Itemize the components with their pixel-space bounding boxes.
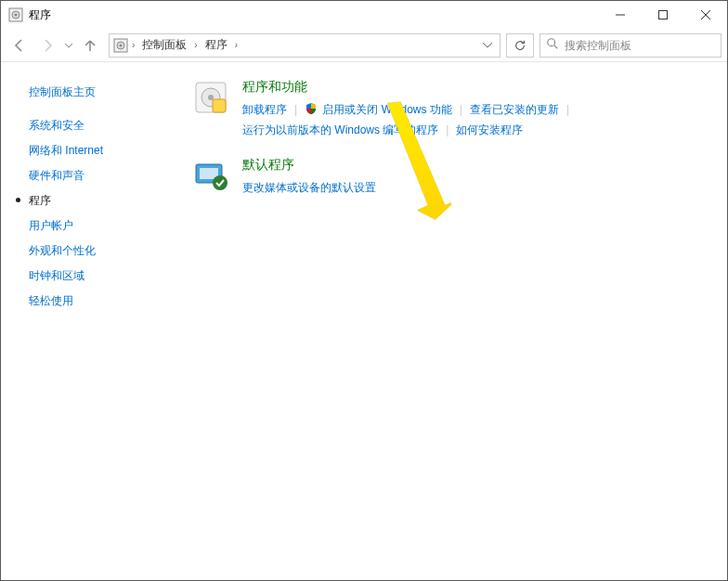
sidebar-item-appearance[interactable]: 外观和个性化 (1, 239, 192, 264)
run-legacy-programs-link[interactable]: 运行为以前版本的 Windows 编写的程序 (242, 120, 438, 140)
programs-features-links: 卸载程序 | 启用或关闭 Windows 功能 | 查看已安装的更新 | 运行为… (242, 99, 708, 140)
sidebar-item-system-security[interactable]: 系统和安全 (1, 113, 192, 138)
svg-point-10 (548, 39, 555, 46)
uninstall-program-link[interactable]: 卸载程序 (242, 99, 287, 120)
minimize-button[interactable] (599, 1, 642, 29)
chevron-right-icon[interactable]: › (194, 40, 197, 50)
programs-icon (8, 7, 23, 22)
history-dropdown[interactable] (62, 32, 75, 58)
svg-point-9 (120, 44, 123, 46)
programs-icon (113, 38, 128, 53)
shield-icon (305, 101, 318, 114)
link-label: 启用或关闭 Windows 功能 (322, 103, 451, 116)
main-pane: 程序和功能 卸载程序 | 启用或关闭 Windows 功能 | 查看已安装的更新… (192, 62, 727, 580)
svg-point-14 (208, 95, 214, 100)
search-input[interactable] (565, 39, 715, 52)
content-body: 控制面板主页 系统和安全 网络和 Internet 硬件和声音 程序 用户帐户 … (1, 62, 727, 580)
up-button[interactable] (77, 32, 103, 58)
category-programs-features: 程序和功能 卸载程序 | 启用或关闭 Windows 功能 | 查看已安装的更新… (192, 79, 708, 140)
svg-rect-15 (213, 99, 226, 112)
address-dropdown[interactable] (479, 39, 496, 52)
titlebar: 程序 (1, 1, 727, 29)
forward-button[interactable] (34, 32, 60, 58)
close-button[interactable] (684, 1, 727, 29)
sidebar: 控制面板主页 系统和安全 网络和 Internet 硬件和声音 程序 用户帐户 … (1, 62, 192, 580)
programs-features-icon (192, 79, 229, 116)
window-title: 程序 (29, 7, 599, 23)
control-panel-home-link[interactable]: 控制面板主页 (1, 81, 192, 113)
control-panel-window: 程序 › 控制面板 › 程序 › (0, 0, 728, 581)
view-installed-updates-link[interactable]: 查看已安装的更新 (470, 99, 559, 120)
svg-point-2 (15, 14, 18, 17)
programs-features-title[interactable]: 程序和功能 (242, 79, 708, 96)
address-bar[interactable]: › 控制面板 › 程序 › (109, 33, 500, 58)
refresh-button[interactable] (506, 33, 534, 58)
default-programs-links: 更改媒体或设备的默认设置 (242, 177, 708, 198)
default-programs-title[interactable]: 默认程序 (242, 157, 708, 174)
sidebar-item-clock-region[interactable]: 时钟和区域 (1, 264, 192, 289)
sidebar-item-user-accounts[interactable]: 用户帐户 (1, 213, 192, 239)
sidebar-item-network-internet[interactable]: 网络和 Internet (1, 138, 192, 163)
search-box[interactable] (540, 33, 722, 58)
category-body: 程序和功能 卸载程序 | 启用或关闭 Windows 功能 | 查看已安装的更新… (242, 79, 708, 140)
breadcrumb-programs[interactable]: 程序 (202, 35, 231, 55)
sidebar-list: 系统和安全 网络和 Internet 硬件和声音 程序 用户帐户 外观和个性化 … (1, 113, 192, 314)
nav-toolbar: › 控制面板 › 程序 › (1, 29, 727, 62)
category-body: 默认程序 更改媒体或设备的默认设置 (242, 157, 708, 198)
how-to-install-link[interactable]: 如何安装程序 (456, 120, 523, 140)
default-programs-icon (192, 157, 229, 194)
svg-rect-4 (659, 11, 668, 19)
windows-features-link[interactable]: 启用或关闭 Windows 功能 (305, 99, 452, 120)
sidebar-item-hardware-sound[interactable]: 硬件和声音 (1, 163, 192, 188)
window-controls (599, 1, 727, 29)
media-device-defaults-link[interactable]: 更改媒体或设备的默认设置 (242, 177, 376, 198)
chevron-right-icon[interactable]: › (132, 40, 135, 50)
sidebar-item-ease-of-access[interactable]: 轻松使用 (1, 289, 192, 314)
chevron-right-icon[interactable]: › (235, 40, 238, 50)
search-icon (546, 37, 559, 53)
maximize-button[interactable] (642, 1, 684, 29)
category-default-programs: 默认程序 更改媒体或设备的默认设置 (192, 157, 708, 198)
sidebar-item-programs[interactable]: 程序 (1, 188, 192, 213)
svg-point-18 (213, 175, 228, 190)
svg-line-11 (554, 45, 558, 49)
breadcrumb-control-panel[interactable]: 控制面板 (138, 35, 190, 55)
back-button[interactable] (6, 32, 32, 58)
